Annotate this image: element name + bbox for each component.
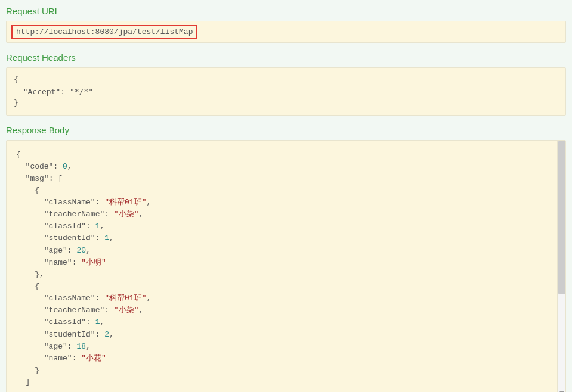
request-url-section: Request URL http://localhost:8080/jpa/te… — [6, 6, 566, 43]
request-url-box: http://localhost:8080/jpa/test/listMap — [6, 21, 566, 43]
response-body-title: Response Body — [6, 125, 566, 135]
scrollbar[interactable] — [557, 141, 565, 393]
request-headers-content: { "Accept": "*/*" } — [14, 74, 558, 109]
response-body-section: Response Body { "code": 0, "msg": [ { "c… — [6, 125, 566, 393]
response-body-content: { "code": 0, "msg": [ { "className": "科帮… — [16, 149, 556, 389]
request-headers-section: Request Headers { "Accept": "*/*" } — [6, 52, 566, 116]
scrollbar-thumb[interactable] — [558, 141, 565, 294]
request-url-title: Request URL — [6, 6, 566, 16]
request-url-value[interactable]: http://localhost:8080/jpa/test/listMap — [11, 25, 197, 39]
request-headers-box: { "Accept": "*/*" } — [6, 67, 566, 116]
response-body-box[interactable]: { "code": 0, "msg": [ { "className": "科帮… — [6, 140, 566, 393]
request-headers-title: Request Headers — [6, 52, 566, 63]
